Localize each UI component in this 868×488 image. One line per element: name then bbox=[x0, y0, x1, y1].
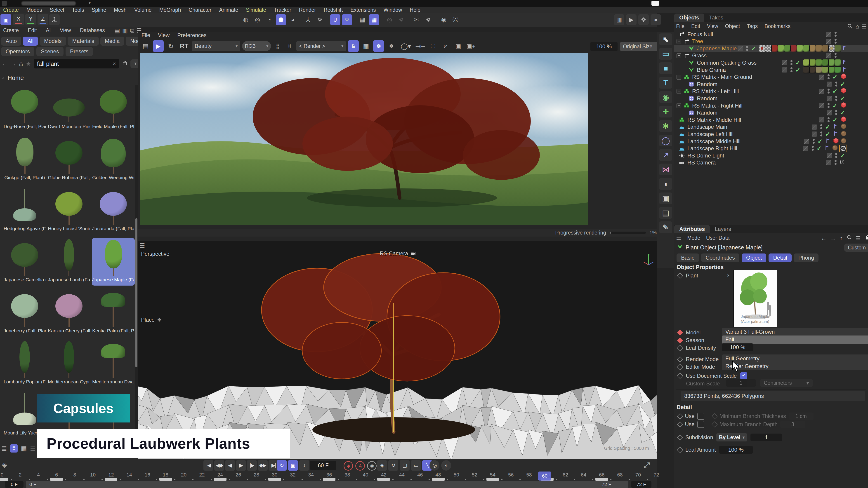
om-row-grass[interactable]: −Grass bbox=[674, 52, 868, 59]
scale-tool-icon[interactable]: ◕ bbox=[287, 14, 298, 25]
asset-card-honey[interactable]: Honey Locust 'Sunbur... bbox=[48, 187, 90, 234]
menu-window[interactable]: Window bbox=[383, 7, 402, 13]
floor-icon[interactable]: ▤ bbox=[659, 207, 672, 219]
model-dropdown[interactable]: Variant 3 Full-Grown bbox=[722, 328, 868, 336]
footer-grid-icon[interactable]: ▦ bbox=[21, 445, 27, 452]
material-brown-icon[interactable] bbox=[840, 137, 847, 145]
visibility-dots[interactable] bbox=[827, 74, 830, 80]
asset-card-hedgehog[interactable]: Hedgehog Agave (Fall... bbox=[3, 187, 46, 234]
custom-scale-field[interactable]: 1 bbox=[726, 379, 756, 387]
attr-up-icon[interactable]: ↑ bbox=[840, 235, 843, 242]
visibility-dots[interactable] bbox=[746, 46, 749, 52]
next-frame-icon[interactable]: |▶ bbox=[247, 460, 257, 470]
visibility-dots[interactable] bbox=[834, 31, 837, 37]
menu-render[interactable]: Render bbox=[299, 7, 316, 13]
om-object-name[interactable]: Focus Null bbox=[687, 31, 713, 37]
render-view-menu-file[interactable]: File bbox=[142, 32, 150, 38]
camera-target-icon[interactable] bbox=[839, 159, 845, 166]
om-object-name[interactable]: RS Camera bbox=[687, 160, 716, 166]
attr-menu-icon[interactable]: ☰ bbox=[676, 234, 681, 241]
filter-tab-all[interactable]: All bbox=[23, 37, 38, 46]
visibility-dots[interactable] bbox=[820, 124, 823, 130]
texture-swatch[interactable] bbox=[803, 59, 809, 66]
grid-b-icon[interactable]: ▦ bbox=[369, 14, 379, 25]
menu-mograph[interactable]: MoGraph bbox=[159, 7, 181, 13]
om-object-name[interactable]: Landscape Main bbox=[687, 124, 727, 130]
tab-attributes[interactable]: Attributes bbox=[674, 225, 710, 233]
attr-tab-detail[interactable]: Detail bbox=[769, 254, 792, 262]
rt-label[interactable]: RT bbox=[178, 42, 190, 50]
layer-toggle[interactable] bbox=[782, 60, 787, 65]
layer-toggle[interactable] bbox=[819, 103, 824, 108]
snapshot-g-icon[interactable]: ❄ bbox=[386, 40, 397, 52]
menu-select[interactable]: Select bbox=[50, 7, 64, 13]
om-row-rs-dome-light[interactable]: RS Dome Light✓ bbox=[674, 152, 868, 159]
key-rotation-icon[interactable]: ↺ bbox=[388, 460, 398, 470]
filter-bag-icon[interactable] bbox=[122, 60, 128, 68]
expander-icon[interactable]: − bbox=[677, 103, 681, 108]
subdivision-surface-icon[interactable]: ◉ bbox=[659, 91, 672, 103]
min-branch-use-checkbox[interactable] bbox=[698, 413, 704, 420]
asset-card-juneberry[interactable]: Juneberry (Fall, Plant) bbox=[3, 289, 46, 337]
om-object-name[interactable]: Common Quaking Grass bbox=[697, 60, 756, 66]
attr-back-icon[interactable]: ← bbox=[821, 235, 827, 242]
autokey-icon[interactable]: A bbox=[355, 461, 365, 470]
render-mode-dropdown[interactable]: Full Geometry bbox=[722, 355, 868, 363]
attr-lock-icon[interactable] bbox=[864, 234, 868, 242]
layer-toggle[interactable] bbox=[827, 96, 832, 101]
material-brown-icon[interactable] bbox=[832, 144, 838, 153]
gearD[interactable] bbox=[423, 14, 434, 25]
app-icon[interactable] bbox=[2, 1, 7, 6]
om-row-japanese-maple[interactable]: Japanese Maple✓ bbox=[674, 45, 868, 52]
material-red-icon[interactable] bbox=[833, 137, 839, 145]
start-render-icon[interactable]: ▤ bbox=[140, 40, 151, 52]
gearB[interactable] bbox=[342, 14, 352, 25]
menu-character[interactable]: Character bbox=[189, 7, 212, 13]
menu-simulate[interactable]: Simulate bbox=[246, 7, 266, 13]
texture-swatch[interactable] bbox=[816, 59, 822, 66]
enabled-check-icon[interactable]: ✓ bbox=[795, 59, 800, 66]
om-row-random[interactable]: Random✓ bbox=[674, 80, 868, 88]
view-eye-icon[interactable]: ◉ bbox=[438, 14, 449, 25]
axis-tool-icon[interactable] bbox=[49, 14, 60, 25]
material-forbidden-icon[interactable] bbox=[839, 144, 847, 152]
subdivision-field[interactable]: 1 bbox=[750, 433, 782, 441]
custom-scale-unit-dropdown[interactable]: Centimeters▾ bbox=[760, 379, 813, 387]
om-object-name[interactable]: RS Dome Light bbox=[687, 153, 724, 159]
title-tab-caret-icon[interactable]: ▾ bbox=[89, 0, 91, 5]
render-mode-diamond[interactable] bbox=[677, 356, 683, 362]
layer-toggle[interactable] bbox=[782, 67, 787, 72]
layer-toggle[interactable] bbox=[826, 53, 831, 58]
material-pencil-icon[interactable]: ✎ bbox=[659, 221, 672, 233]
volume-icon[interactable]: ✚ bbox=[659, 106, 672, 118]
layer-toggle[interactable] bbox=[827, 82, 832, 87]
menu-mesh[interactable]: Mesh bbox=[114, 7, 127, 13]
annotation-flag-icon[interactable] bbox=[842, 59, 848, 66]
texture-swatch[interactable] bbox=[835, 66, 841, 73]
annotation-flag-icon[interactable] bbox=[825, 145, 830, 152]
texture-swatch[interactable] bbox=[829, 59, 835, 66]
enabled-check-icon[interactable]: ✓ bbox=[816, 145, 822, 152]
om-row-random[interactable]: Random✓ bbox=[674, 95, 868, 102]
layer-toggle[interactable] bbox=[738, 46, 743, 51]
leaf-amount-diamond[interactable] bbox=[677, 447, 683, 453]
collapse-tree-icon[interactable]: ⫷ bbox=[2, 75, 4, 80]
om-object-name[interactable]: RS Matrix - Right Hill bbox=[692, 103, 743, 109]
texture-swatch[interactable] bbox=[835, 59, 841, 66]
om-row-rs-matrix-middle-hill[interactable]: RS Matrix - Middle Hill✓ bbox=[674, 116, 868, 123]
popout-icon[interactable]: ⧉ bbox=[130, 27, 134, 34]
editor-mode-diamond[interactable] bbox=[677, 364, 683, 370]
environment-icon[interactable]: ◖ bbox=[659, 178, 672, 190]
zoom-field[interactable]: 100 % bbox=[590, 42, 618, 51]
om-object-name[interactable]: Landscape Right Hill bbox=[687, 145, 737, 152]
texture-swatch[interactable] bbox=[822, 66, 829, 73]
subdivision-mode-dropdown[interactable]: By Level▾ bbox=[716, 433, 747, 442]
save-image-icon[interactable]: ▣ bbox=[453, 40, 464, 52]
om-row-focus-null[interactable]: Focus Null bbox=[674, 31, 868, 38]
motion-system-icon[interactable]: ◐ bbox=[441, 460, 451, 470]
texture-swatch[interactable] bbox=[778, 45, 784, 52]
om-object-name[interactable]: Tree bbox=[692, 38, 703, 44]
layer-toggle[interactable] bbox=[826, 160, 831, 165]
texture-swatch[interactable] bbox=[816, 66, 822, 73]
list-view-icon[interactable]: ▤ bbox=[114, 27, 120, 34]
